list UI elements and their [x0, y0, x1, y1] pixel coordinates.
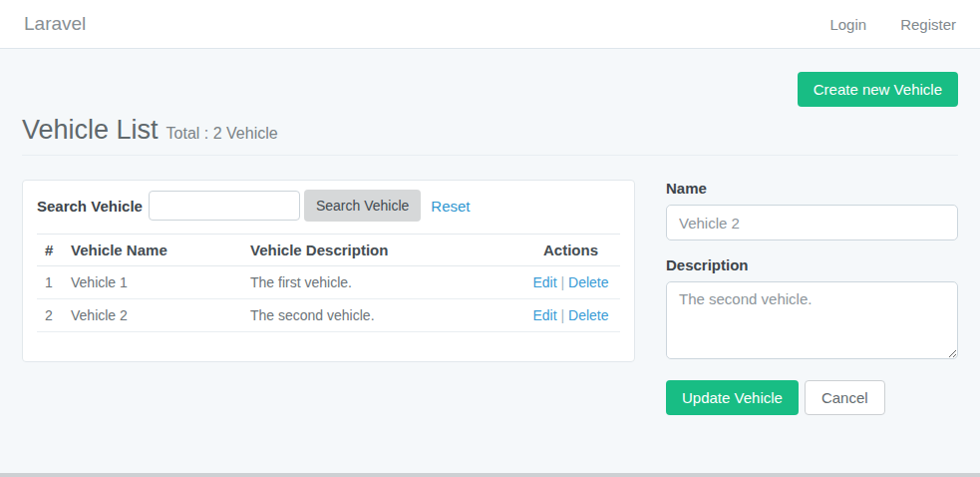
reset-link[interactable]: Reset	[431, 198, 470, 215]
delete-link[interactable]: Delete	[568, 274, 608, 290]
brand-logo[interactable]: Laravel	[24, 13, 86, 35]
cancel-button[interactable]: Cancel	[805, 380, 885, 415]
row-actions: Edit | Delete	[521, 266, 620, 299]
row-actions: Edit | Delete	[521, 299, 620, 332]
table-header-row: # Vehicle Name Vehicle Description Actio…	[37, 235, 620, 266]
column-header-description: Vehicle Description	[242, 235, 521, 266]
form-buttons: Update Vehicle Cancel	[666, 380, 958, 415]
description-group: Description The second vehicle.	[666, 256, 958, 363]
edit-link[interactable]: Edit	[532, 274, 556, 290]
vehicle-description: The first vehicle.	[242, 266, 521, 299]
navbar-links: Login Register	[829, 16, 956, 33]
description-field[interactable]: The second vehicle.	[666, 281, 958, 359]
search-button[interactable]: Search Vehicle	[304, 190, 421, 222]
table-row: 1 Vehicle 1 The first vehicle. Edit | De…	[37, 266, 620, 299]
vehicle-description: The second vehicle.	[242, 299, 521, 332]
vehicle-name: Vehicle 1	[63, 266, 242, 299]
update-vehicle-button[interactable]: Update Vehicle	[666, 380, 799, 415]
total-count-label: Total : 2 Vehicle	[166, 125, 278, 143]
table-row: 2 Vehicle 2 The second vehicle. Edit | D…	[37, 299, 620, 332]
vehicle-list-card: Search Vehicle Search Vehicle Reset # Ve…	[22, 180, 635, 362]
heading-divider	[22, 155, 958, 156]
name-field[interactable]	[666, 205, 958, 240]
vehicle-table: # Vehicle Name Vehicle Description Actio…	[37, 234, 620, 332]
search-input[interactable]	[149, 191, 300, 221]
create-button-row: Create new Vehicle	[22, 72, 958, 107]
nav-link-register[interactable]: Register	[900, 16, 956, 33]
edit-vehicle-form: Name Description The second vehicle. Upd…	[666, 180, 958, 415]
row-number: 2	[37, 299, 63, 332]
description-label: Description	[666, 256, 958, 273]
search-bar: Search Vehicle Search Vehicle Reset	[37, 190, 620, 222]
row-number: 1	[37, 266, 63, 299]
action-separator: |	[561, 307, 565, 323]
main-row: Search Vehicle Search Vehicle Reset # Ve…	[22, 180, 958, 415]
column-header-actions: Actions	[521, 235, 620, 266]
action-separator: |	[561, 274, 565, 290]
delete-link[interactable]: Delete	[568, 307, 608, 323]
nav-link-login[interactable]: Login	[829, 16, 866, 33]
page-content: Create new Vehicle Vehicle List Total : …	[0, 72, 980, 415]
edit-link[interactable]: Edit	[532, 307, 556, 323]
name-label: Name	[666, 180, 958, 197]
create-vehicle-button[interactable]: Create new Vehicle	[798, 72, 958, 107]
page-title: Vehicle List	[22, 115, 159, 146]
search-label: Search Vehicle	[37, 198, 143, 215]
column-header-number: #	[37, 235, 63, 266]
window-bottom-edge	[0, 473, 980, 477]
vehicle-name: Vehicle 2	[63, 299, 242, 332]
column-header-name: Vehicle Name	[63, 235, 242, 266]
navbar: Laravel Login Register	[0, 0, 980, 49]
page-heading: Vehicle List Total : 2 Vehicle	[22, 115, 958, 146]
